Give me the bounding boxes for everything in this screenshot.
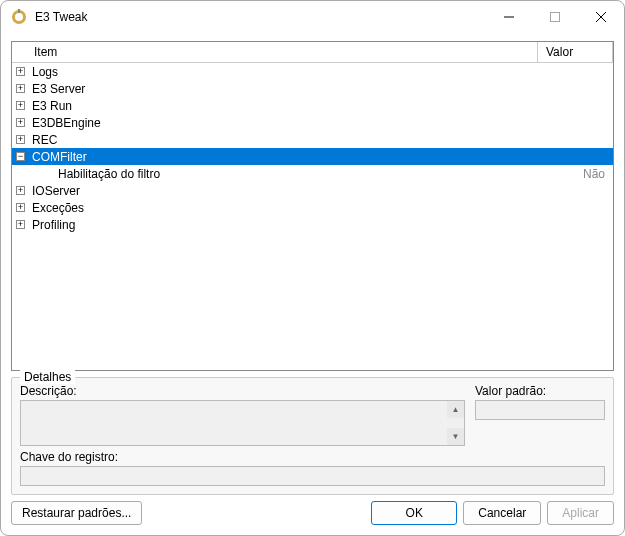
details-group: Detalhes Descrição: ▲ ▼ Valor padrão:	[11, 377, 614, 495]
svg-point-1	[15, 13, 23, 21]
tree-item-label: IOServer	[30, 184, 538, 198]
default-value-field	[475, 400, 605, 420]
expand-icon[interactable]: +	[16, 186, 25, 195]
expand-icon[interactable]: +	[16, 67, 25, 76]
description-label: Descrição:	[20, 384, 465, 398]
collapse-icon[interactable]: −	[16, 152, 25, 161]
tree-item-label: REC	[30, 133, 538, 147]
registry-key-field	[20, 466, 605, 486]
svg-rect-4	[551, 13, 560, 22]
tree-row[interactable]: +E3 Run	[12, 97, 613, 114]
tree-item-label: Profiling	[30, 218, 538, 232]
maximize-button	[532, 1, 578, 33]
tree-row[interactable]: +REC	[12, 131, 613, 148]
expand-icon[interactable]: +	[16, 101, 25, 110]
description-field: ▲ ▼	[20, 400, 465, 446]
details-legend: Detalhes	[20, 370, 75, 384]
tree-item-label: Exceções	[30, 201, 538, 215]
expand-icon[interactable]: +	[16, 203, 25, 212]
tree-row[interactable]: +E3DBEngine	[12, 114, 613, 131]
tree-row[interactable]: +Profiling	[12, 216, 613, 233]
expand-icon[interactable]: +	[16, 118, 25, 127]
tree-header: Item Valor	[12, 42, 613, 63]
tree-row[interactable]: +E3 Server	[12, 80, 613, 97]
titlebar[interactable]: E3 Tweak	[1, 1, 624, 33]
tree-row[interactable]: +Exceções	[12, 199, 613, 216]
tree-view[interactable]: Item Valor +Logs+E3 Server+E3 Run+E3DBEn…	[11, 41, 614, 371]
content-area: Item Valor +Logs+E3 Server+E3 Run+E3DBEn…	[1, 33, 624, 535]
cancel-button[interactable]: Cancelar	[463, 501, 541, 525]
scroll-up-icon[interactable]: ▲	[447, 401, 464, 418]
apply-button: Aplicar	[547, 501, 614, 525]
tree-row[interactable]: −COMFilter	[12, 148, 613, 165]
column-header-valor[interactable]: Valor	[538, 42, 613, 62]
tree-item-label: E3DBEngine	[30, 116, 538, 130]
registry-key-label: Chave do registro:	[20, 450, 605, 464]
minimize-button[interactable]	[486, 1, 532, 33]
default-value-label: Valor padrão:	[475, 384, 605, 398]
tree-body[interactable]: +Logs+E3 Server+E3 Run+E3DBEngine+REC−CO…	[12, 63, 613, 370]
tree-item-label: Logs	[30, 65, 538, 79]
app-icon	[11, 9, 27, 25]
expand-icon[interactable]: +	[16, 84, 25, 93]
restore-defaults-button[interactable]: Restaurar padrões...	[11, 501, 142, 525]
expand-icon[interactable]: +	[16, 135, 25, 144]
app-window: E3 Tweak Item Valor +Logs+E3 Server+E3 R…	[0, 0, 625, 536]
tree-item-label: Habilitação do filtro	[30, 167, 538, 181]
window-controls	[486, 1, 624, 33]
window-title: E3 Tweak	[35, 10, 486, 24]
tree-row[interactable]: +Logs	[12, 63, 613, 80]
scroll-down-icon[interactable]: ▼	[447, 428, 464, 445]
tree-row[interactable]: +IOServer	[12, 182, 613, 199]
svg-rect-2	[18, 9, 20, 13]
tree-item-label: COMFilter	[30, 150, 538, 164]
ok-button[interactable]: OK	[371, 501, 457, 525]
expand-icon[interactable]: +	[16, 220, 25, 229]
tree-item-label: E3 Server	[30, 82, 538, 96]
button-bar: Restaurar padrões... OK Cancelar Aplicar	[11, 501, 614, 525]
column-header-item[interactable]: Item	[12, 42, 538, 62]
close-button[interactable]	[578, 1, 624, 33]
tree-item-label: E3 Run	[30, 99, 538, 113]
tree-row[interactable]: Habilitação do filtroNão	[12, 165, 613, 182]
tree-item-value: Não	[538, 167, 613, 181]
